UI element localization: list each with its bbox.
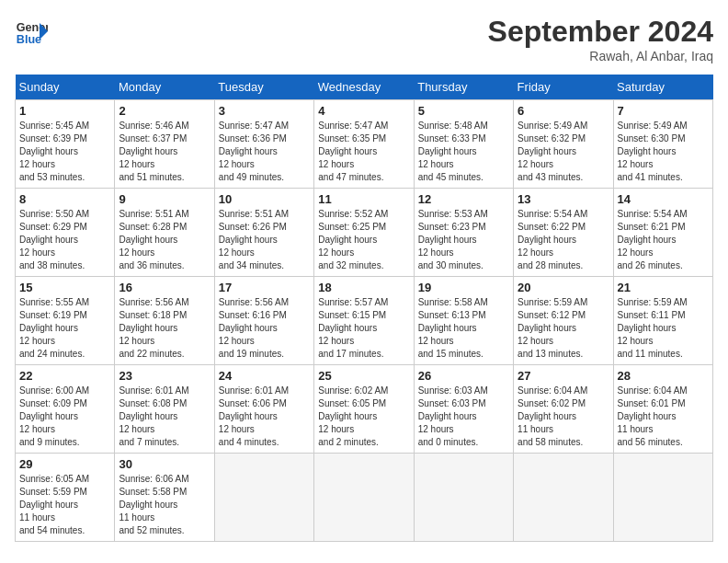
weekday-header: Friday	[514, 75, 613, 100]
day-number: 18	[318, 281, 409, 294]
day-number: 5	[418, 104, 509, 118]
day-number: 1	[19, 104, 110, 118]
day-number: 28	[618, 369, 709, 383]
page-header: General Blue September 2024 Rawah, Al An…	[15, 15, 713, 63]
calendar-day-cell: 22Sunrise: 6:00 AMSunset: 6:09 PMDayligh…	[16, 365, 115, 454]
calendar-day-cell: 4Sunrise: 5:47 AMSunset: 6:35 PMDaylight…	[314, 100, 414, 189]
day-info: Sunrise: 5:59 AMSunset: 6:12 PMDaylight …	[518, 296, 609, 361]
month-title: September 2024	[488, 15, 713, 49]
calendar-day-cell: 21Sunrise: 5:59 AMSunset: 6:11 PMDayligh…	[613, 277, 712, 365]
day-number: 9	[119, 192, 210, 206]
day-info: Sunrise: 5:51 AMSunset: 6:28 PMDaylight …	[119, 208, 210, 272]
calendar-day-cell: 2Sunrise: 5:46 AMSunset: 6:37 PMDaylight…	[115, 100, 214, 189]
calendar-day-cell	[613, 454, 712, 542]
day-number: 11	[318, 192, 409, 206]
weekday-header: Saturday	[613, 75, 712, 100]
calendar-day-cell: 30Sunrise: 6:06 AMSunset: 5:58 PMDayligh…	[115, 454, 214, 542]
day-info: Sunrise: 5:45 AMSunset: 6:39 PMDaylight …	[19, 120, 110, 184]
day-number: 13	[518, 192, 609, 206]
day-number: 30	[119, 457, 210, 471]
day-number: 20	[518, 281, 609, 294]
day-number: 10	[219, 192, 310, 206]
calendar-day-cell: 3Sunrise: 5:47 AMSunset: 6:36 PMDaylight…	[214, 100, 313, 189]
day-info: Sunrise: 5:56 AMSunset: 6:16 PMDaylight …	[219, 296, 310, 361]
day-number: 3	[219, 104, 310, 118]
calendar-day-cell: 1Sunrise: 5:45 AMSunset: 6:39 PMDaylight…	[16, 100, 115, 189]
calendar-day-cell: 18Sunrise: 5:57 AMSunset: 6:15 PMDayligh…	[314, 277, 414, 365]
calendar-day-cell: 14Sunrise: 5:54 AMSunset: 6:21 PMDayligh…	[613, 189, 712, 277]
calendar-day-cell	[214, 454, 313, 542]
logo: General Blue	[15, 15, 48, 48]
day-info: Sunrise: 6:02 AMSunset: 6:05 PMDaylight …	[318, 385, 409, 449]
day-info: Sunrise: 6:03 AMSunset: 6:03 PMDaylight …	[418, 385, 509, 449]
weekday-header: Tuesday	[214, 75, 313, 100]
calendar-day-cell: 11Sunrise: 5:52 AMSunset: 6:25 PMDayligh…	[314, 189, 414, 277]
calendar-day-cell	[314, 454, 414, 542]
weekday-header: Monday	[115, 75, 214, 100]
weekday-header-row: SundayMondayTuesdayWednesdayThursdayFrid…	[16, 75, 713, 100]
day-number: 19	[418, 281, 509, 294]
calendar-day-cell: 28Sunrise: 6:04 AMSunset: 6:01 PMDayligh…	[613, 365, 712, 454]
day-number: 24	[219, 369, 310, 383]
calendar-day-cell: 15Sunrise: 5:55 AMSunset: 6:19 PMDayligh…	[16, 277, 115, 365]
calendar-day-cell: 10Sunrise: 5:51 AMSunset: 6:26 PMDayligh…	[214, 189, 313, 277]
day-info: Sunrise: 5:51 AMSunset: 6:26 PMDaylight …	[219, 208, 310, 272]
day-info: Sunrise: 5:49 AMSunset: 6:32 PMDaylight …	[518, 120, 609, 184]
day-info: Sunrise: 5:52 AMSunset: 6:25 PMDaylight …	[318, 208, 409, 272]
day-number: 27	[518, 369, 609, 383]
day-info: Sunrise: 5:57 AMSunset: 6:15 PMDaylight …	[318, 296, 409, 361]
day-info: Sunrise: 6:00 AMSunset: 6:09 PMDaylight …	[19, 385, 110, 449]
calendar-day-cell: 6Sunrise: 5:49 AMSunset: 6:32 PMDaylight…	[514, 100, 613, 189]
day-info: Sunrise: 5:55 AMSunset: 6:19 PMDaylight …	[19, 296, 110, 361]
day-number: 6	[518, 104, 609, 118]
weekday-header: Sunday	[16, 75, 115, 100]
day-number: 2	[119, 104, 210, 118]
day-info: Sunrise: 6:06 AMSunset: 5:58 PMDaylight …	[119, 473, 210, 537]
day-number: 21	[618, 281, 709, 294]
day-info: Sunrise: 5:54 AMSunset: 6:21 PMDaylight …	[618, 208, 709, 272]
calendar-week-row: 1Sunrise: 5:45 AMSunset: 6:39 PMDaylight…	[16, 100, 713, 189]
calendar-day-cell: 29Sunrise: 6:05 AMSunset: 5:59 PMDayligh…	[16, 454, 115, 542]
calendar-day-cell: 26Sunrise: 6:03 AMSunset: 6:03 PMDayligh…	[414, 365, 513, 454]
day-number: 8	[19, 192, 110, 206]
logo-icon: General Blue	[15, 15, 48, 48]
day-number: 25	[318, 369, 409, 383]
day-number: 22	[19, 369, 110, 383]
calendar-day-cell	[414, 454, 513, 542]
day-number: 12	[418, 192, 509, 206]
day-number: 23	[119, 369, 210, 383]
day-info: Sunrise: 5:59 AMSunset: 6:11 PMDaylight …	[618, 296, 709, 361]
svg-text:Blue: Blue	[17, 33, 41, 46]
day-number: 7	[618, 104, 709, 118]
day-info: Sunrise: 5:48 AMSunset: 6:33 PMDaylight …	[418, 120, 509, 184]
day-info: Sunrise: 5:50 AMSunset: 6:29 PMDaylight …	[19, 208, 110, 272]
day-info: Sunrise: 5:58 AMSunset: 6:13 PMDaylight …	[418, 296, 509, 361]
day-info: Sunrise: 6:01 AMSunset: 6:08 PMDaylight …	[119, 385, 210, 449]
day-info: Sunrise: 5:53 AMSunset: 6:23 PMDaylight …	[418, 208, 509, 272]
day-number: 4	[318, 104, 409, 118]
calendar-day-cell: 17Sunrise: 5:56 AMSunset: 6:16 PMDayligh…	[214, 277, 313, 365]
calendar-week-row: 22Sunrise: 6:00 AMSunset: 6:09 PMDayligh…	[16, 365, 713, 454]
calendar-table: SundayMondayTuesdayWednesdayThursdayFrid…	[15, 75, 713, 542]
day-info: Sunrise: 6:05 AMSunset: 5:59 PMDaylight …	[19, 473, 110, 537]
location: Rawah, Al Anbar, Iraq	[488, 49, 713, 63]
calendar-day-cell: 8Sunrise: 5:50 AMSunset: 6:29 PMDaylight…	[16, 189, 115, 277]
weekday-header: Thursday	[414, 75, 513, 100]
calendar-day-cell: 24Sunrise: 6:01 AMSunset: 6:06 PMDayligh…	[214, 365, 313, 454]
day-info: Sunrise: 5:56 AMSunset: 6:18 PMDaylight …	[119, 296, 210, 361]
calendar-day-cell: 16Sunrise: 5:56 AMSunset: 6:18 PMDayligh…	[115, 277, 214, 365]
calendar-day-cell: 19Sunrise: 5:58 AMSunset: 6:13 PMDayligh…	[414, 277, 513, 365]
day-number: 26	[418, 369, 509, 383]
calendar-week-row: 8Sunrise: 5:50 AMSunset: 6:29 PMDaylight…	[16, 189, 713, 277]
day-info: Sunrise: 5:54 AMSunset: 6:22 PMDaylight …	[518, 208, 609, 272]
day-info: Sunrise: 6:04 AMSunset: 6:01 PMDaylight …	[618, 385, 709, 449]
day-info: Sunrise: 6:04 AMSunset: 6:02 PMDaylight …	[518, 385, 609, 449]
day-info: Sunrise: 5:46 AMSunset: 6:37 PMDaylight …	[119, 120, 210, 184]
calendar-day-cell: 9Sunrise: 5:51 AMSunset: 6:28 PMDaylight…	[115, 189, 214, 277]
day-number: 17	[219, 281, 310, 294]
calendar-day-cell: 7Sunrise: 5:49 AMSunset: 6:30 PMDaylight…	[613, 100, 712, 189]
calendar-week-row: 15Sunrise: 5:55 AMSunset: 6:19 PMDayligh…	[16, 277, 713, 365]
weekday-header: Wednesday	[314, 75, 414, 100]
day-number: 15	[19, 281, 110, 294]
day-info: Sunrise: 5:47 AMSunset: 6:35 PMDaylight …	[318, 120, 409, 184]
